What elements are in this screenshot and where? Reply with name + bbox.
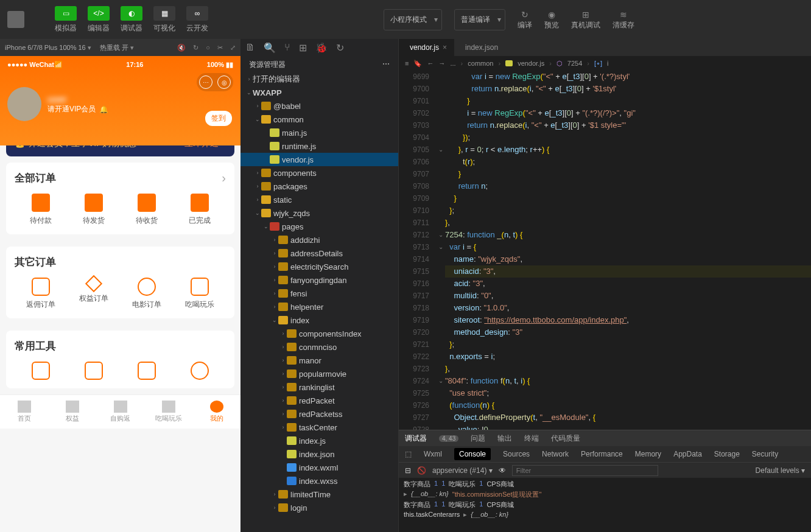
refresh-icon[interactable]: ↻ <box>336 42 344 54</box>
all-orders-header[interactable]: 全部订单 <box>15 171 226 185</box>
tree-row[interactable]: ⌄index <box>240 313 398 327</box>
dt-tab-debugger[interactable]: 调试器 <box>405 433 427 444</box>
branch-icon[interactable]: ⑂ <box>284 42 290 53</box>
tree-row[interactable]: ›manor <box>240 354 398 367</box>
tree-row[interactable]: ›helpenter <box>240 300 398 313</box>
tree-row[interactable]: ›limitedTime <box>240 488 398 501</box>
mini-program-capsule[interactable]: ⋯ ◎ <box>197 73 233 91</box>
cut-icon[interactable]: ✂ <box>217 44 223 52</box>
tree-row[interactable]: ›@babel <box>240 99 398 113</box>
mute-icon[interactable]: 🔇 <box>177 44 186 52</box>
filter-input[interactable] <box>512 465 658 476</box>
tree-row[interactable]: ›components <box>240 166 398 180</box>
tab-rebate[interactable]: 自购返 <box>96 395 144 429</box>
bc-menu-icon[interactable]: ≡ <box>405 60 409 67</box>
order-pending-pay[interactable]: 待付款 <box>15 194 68 226</box>
dt2-console[interactable]: Console <box>454 448 491 460</box>
rebate-order[interactable]: 返佣订单 <box>15 278 68 310</box>
more-icon[interactable]: ○ <box>206 44 210 52</box>
more-icon[interactable]: ⋯ <box>382 60 390 70</box>
tool-1[interactable] <box>15 362 68 380</box>
avatar[interactable] <box>7 87 41 121</box>
tree-row[interactable]: ›redPacketss <box>240 407 398 421</box>
tree-row[interactable]: ›fensi <box>240 287 398 300</box>
tree-row[interactable]: index.json <box>240 447 398 461</box>
checkin-button[interactable]: 签到 <box>205 111 232 126</box>
tab-vendor-js[interactable]: vendor.js× <box>399 39 454 56</box>
clear-cache-button[interactable]: ≋清缓存 <box>613 9 634 30</box>
root-folder[interactable]: ⌄WXAPP <box>240 86 398 99</box>
dt2-storage[interactable]: Storage <box>714 450 740 458</box>
dt2-wxml[interactable]: Wxml <box>424 450 442 458</box>
debug-icon[interactable]: 🐞 <box>315 42 328 54</box>
levels-select[interactable]: Default levels ▾ <box>756 466 805 475</box>
dt2-appdata[interactable]: AppData <box>673 450 702 458</box>
visual-button[interactable]: ▦可视化 <box>149 4 180 36</box>
tree-row[interactable]: ›taskCenter <box>240 421 398 434</box>
files-icon[interactable]: 🗎 <box>245 42 255 53</box>
tab-mine[interactable]: 我的 <box>192 395 240 429</box>
tree-row[interactable]: ›packages <box>240 180 398 193</box>
dt2-memory[interactable]: Memory <box>635 450 661 458</box>
mode-select[interactable]: 小程序模式 <box>384 9 442 30</box>
tool-4[interactable] <box>173 362 226 380</box>
reload-icon[interactable]: ↻ <box>193 44 198 52</box>
tool-3[interactable] <box>121 362 174 380</box>
tree-row[interactable]: index.wxml <box>240 461 398 474</box>
tab-index-json[interactable]: index.json <box>454 39 505 56</box>
tree-row[interactable]: ›adddizhi <box>240 233 398 247</box>
dt2-sources[interactable]: Sources <box>503 450 530 458</box>
tree-row[interactable]: ›conmnciso <box>240 340 398 354</box>
console-sidebar-icon[interactable]: ⊟ <box>405 466 411 475</box>
tab-entertainment[interactable]: 吃喝玩乐 <box>144 395 192 429</box>
capsule-close-icon[interactable]: ◎ <box>217 75 231 89</box>
tree-row[interactable]: ›addressDetails <box>240 247 398 260</box>
tree-row[interactable]: ⌄common <box>240 113 398 126</box>
tool-2[interactable] <box>68 362 121 380</box>
device-select[interactable]: iPhone 6/7/8 Plus 100% 16 <box>5 44 91 52</box>
console-output[interactable]: 数字商品 1 1 吃喝玩乐 1 CPS商城 ▸ {__ob__: kn} "th… <box>399 478 811 532</box>
box-icon[interactable]: ⊞ <box>299 42 307 54</box>
dt2-security[interactable]: Security <box>752 450 778 458</box>
open-editors-section[interactable]: ›打开的编辑器 <box>240 72 398 86</box>
expand-icon[interactable]: ⤢ <box>230 44 236 52</box>
debugger-button[interactable]: ◐调试器 <box>116 4 147 36</box>
order-pending-ship[interactable]: 待发货 <box>68 194 121 226</box>
code-area[interactable]: 9699 9700 9701 9702 9703 9704 9705 9706 … <box>399 71 811 430</box>
compile-button[interactable]: ↻编译 <box>518 9 532 30</box>
order-pending-receive[interactable]: 待收货 <box>121 194 174 226</box>
code-content[interactable]: var i = new RegExp("<" + e[_t3][0] + '(.… <box>445 71 811 430</box>
dt-tab-problems[interactable]: 问题 <box>471 433 485 444</box>
clear-console-icon[interactable]: 🚫 <box>417 466 426 475</box>
fold-column[interactable]: ⌄ ⌄ ⌄ ⌄ <box>437 71 445 430</box>
tab-home[interactable]: 首页 <box>0 395 48 429</box>
tree-row[interactable]: ›login <box>240 501 398 514</box>
tree-row[interactable]: ›redPacket <box>240 394 398 407</box>
entertainment-order[interactable]: 吃喝玩乐 <box>173 278 226 310</box>
tree-row[interactable]: ›componentsIndex <box>240 327 398 340</box>
vip-prompt[interactable]: 请开通VIP会员 🔔 <box>47 104 108 114</box>
inspect-icon[interactable]: ⬚ <box>405 450 412 458</box>
dt-tab-quality[interactable]: 代码质量 <box>551 433 580 444</box>
tree-row[interactable]: ›electricitySearch <box>240 260 398 273</box>
tree-row[interactable]: ›rankinglist <box>240 380 398 394</box>
reload-select[interactable]: 热重载 开 <box>100 43 134 52</box>
equity-order[interactable]: 权益订单 <box>68 278 121 310</box>
eye-icon[interactable]: 👁 <box>499 466 506 475</box>
preview-button[interactable]: ◉预览 <box>544 9 559 30</box>
close-icon[interactable]: × <box>443 43 447 52</box>
dt-tab-output[interactable]: 输出 <box>497 433 512 444</box>
tree-row[interactable]: index.js <box>240 434 398 447</box>
tree-row[interactable]: vendor.js <box>240 153 398 166</box>
dt-tab-terminal[interactable]: 终端 <box>524 433 539 444</box>
tree-row[interactable]: index.wxss <box>240 474 398 488</box>
tree-row[interactable]: ›static <box>240 193 398 206</box>
movie-order[interactable]: 电影订单 <box>121 278 174 310</box>
order-done[interactable]: 已完成 <box>173 194 226 226</box>
tree-row[interactable]: ⌄pages <box>240 220 398 233</box>
tree-row[interactable]: ›popularmovie <box>240 367 398 380</box>
compile-select[interactable]: 普通编译 <box>454 9 505 30</box>
bc-next-icon[interactable]: → <box>438 60 445 67</box>
bc-prev-icon[interactable]: ← <box>427 60 434 67</box>
tree-row[interactable]: main.js <box>240 126 398 139</box>
